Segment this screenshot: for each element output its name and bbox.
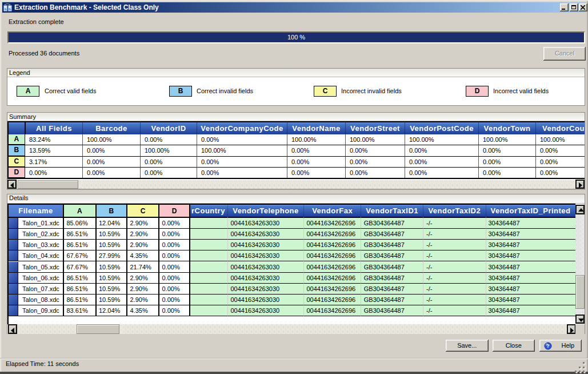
svg-text:?: ? — [546, 343, 550, 349]
